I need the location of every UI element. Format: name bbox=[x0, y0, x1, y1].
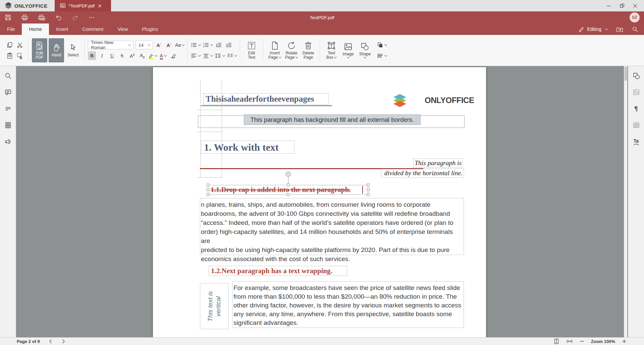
rotate-handle[interactable] bbox=[285, 171, 291, 177]
menu-insert[interactable]: Insert bbox=[49, 23, 75, 35]
highlight-color-button[interactable] bbox=[148, 51, 157, 60]
split-paragraph-line2[interactable]: divided by the horizontal line. bbox=[381, 168, 464, 178]
select-all-icon[interactable] bbox=[16, 52, 23, 59]
heading1-textbox[interactable]: 1. Work with text bbox=[201, 141, 294, 154]
strikethrough-button[interactable]: S bbox=[118, 51, 126, 60]
columns-button[interactable] bbox=[227, 51, 237, 60]
previous-page-button[interactable] bbox=[49, 339, 53, 344]
comments-panel-button[interactable] bbox=[4, 88, 12, 97]
insert-page-label-1: Insert bbox=[270, 51, 280, 55]
line-spacing-button[interactable] bbox=[215, 51, 225, 60]
decrease-indent-button[interactable] bbox=[215, 41, 223, 49]
hand-tool-button[interactable]: Hand bbox=[49, 38, 64, 62]
document-canvas[interactable]: Thisisaheaderfortheevenpages ONLYOFFICE … bbox=[16, 66, 628, 337]
scrollbar-thumb[interactable] bbox=[625, 67, 627, 81]
minimize-button[interactable] bbox=[607, 4, 611, 8]
fit-page-button[interactable] bbox=[553, 338, 559, 344]
rotate-page-button[interactable]: RotatePage bbox=[284, 38, 299, 62]
resize-handle-e[interactable] bbox=[367, 188, 370, 191]
insert-page-label-2: Page bbox=[268, 55, 278, 60]
bold-button[interactable]: B bbox=[88, 51, 96, 60]
select-tool-button[interactable]: Select bbox=[65, 38, 81, 62]
zoom-in-button[interactable] bbox=[622, 339, 627, 344]
heading12-textbox[interactable]: 1.2.Next paragraph has a text wrapping. bbox=[209, 266, 347, 276]
ribbon-toolbar: EditPDF Hand Select Times New Roman 14 A… bbox=[0, 35, 644, 66]
heading11-text[interactable]: 1.1.Drop cap is added into the next para… bbox=[211, 185, 351, 194]
paste-icon[interactable] bbox=[6, 52, 13, 59]
edit-text-label-2: Text bbox=[248, 55, 255, 60]
vertical-align-button[interactable] bbox=[203, 51, 213, 60]
vertical-scrollbar[interactable] bbox=[624, 66, 627, 337]
vertical-textbox[interactable]: This text is vertical bbox=[200, 283, 229, 329]
numbered-list-button[interactable]: 123 bbox=[203, 41, 213, 49]
change-case-icon[interactable]: Aa bbox=[175, 41, 184, 49]
zoom-out-button[interactable] bbox=[580, 339, 584, 344]
table-guide bbox=[197, 132, 222, 132]
bullet-list-button[interactable] bbox=[191, 41, 201, 49]
resize-handle-se[interactable] bbox=[367, 193, 370, 196]
avatar[interactable]: SZ bbox=[630, 12, 640, 22]
font-size-select[interactable]: 14 bbox=[136, 41, 153, 49]
feedback-button[interactable] bbox=[4, 137, 12, 146]
menu-plugins[interactable]: Plugins bbox=[135, 23, 165, 35]
editing-mode-button[interactable]: Editing bbox=[579, 27, 607, 32]
tab-close-icon[interactable]: ✕ bbox=[98, 3, 102, 8]
resize-handle-w[interactable] bbox=[207, 188, 209, 191]
search-icon[interactable] bbox=[632, 26, 638, 32]
resize-handle-ne[interactable] bbox=[367, 184, 370, 186]
underline-button[interactable]: U bbox=[108, 51, 116, 60]
paragraph1-textbox[interactable]: n planes, trains, ships, and automobiles… bbox=[200, 198, 464, 255]
superscript-button[interactable]: A2 bbox=[128, 51, 136, 60]
resize-handle-nw[interactable] bbox=[207, 184, 209, 186]
insert-page-button[interactable]: InsertPage bbox=[267, 38, 282, 62]
table-settings-button[interactable] bbox=[632, 121, 641, 130]
page-header-textbox[interactable]: Thisisaheaderfortheevenpages bbox=[203, 93, 329, 105]
increase-font-icon[interactable]: A↑ bbox=[155, 41, 163, 49]
vertical-text-line1: This text is bbox=[206, 291, 214, 322]
arrange-shape-button[interactable] bbox=[377, 41, 387, 49]
shape-settings-button[interactable] bbox=[632, 71, 641, 80]
hand-icon bbox=[52, 43, 60, 52]
italic-button[interactable]: I bbox=[98, 51, 106, 60]
restore-button[interactable] bbox=[620, 4, 624, 8]
image-button[interactable]: Image bbox=[340, 38, 356, 62]
increase-indent-button[interactable] bbox=[225, 41, 233, 49]
split-paragraph-line1[interactable]: This paragraph is bbox=[413, 158, 463, 168]
document-tab[interactable]: *TestPDF.pdf ✕ bbox=[55, 0, 111, 11]
search-panel-button[interactable] bbox=[4, 71, 12, 80]
edit-pdf-button[interactable]: EditPDF bbox=[32, 38, 47, 62]
pdf-page[interactable]: Thisisaheaderfortheevenpages ONLYOFFICE … bbox=[153, 67, 486, 337]
filled-paragraph[interactable]: This paragraph has background fill and a… bbox=[244, 114, 421, 125]
menu-home[interactable]: Home bbox=[22, 23, 49, 35]
copy-icon[interactable] bbox=[6, 42, 13, 48]
decrease-font-icon[interactable]: A↓ bbox=[165, 41, 173, 49]
image-settings-button[interactable] bbox=[632, 88, 641, 97]
delete-page-button[interactable]: DeletePage bbox=[301, 38, 316, 62]
paragraph-settings-button[interactable]: ¶ bbox=[632, 104, 641, 113]
clear-style-button[interactable] bbox=[169, 51, 177, 60]
edit-text-button[interactable]: EditText bbox=[244, 38, 259, 62]
next-page-button[interactable] bbox=[61, 339, 65, 344]
open-file-location-icon[interactable] bbox=[616, 26, 623, 32]
horizontal-align-button[interactable] bbox=[191, 51, 201, 60]
chevron-down-icon bbox=[234, 54, 237, 56]
menu-file[interactable]: File bbox=[0, 23, 22, 35]
text-box-button[interactable]: TextBox bbox=[324, 38, 339, 62]
paragraph2-textbox[interactable]: For example, some broadcasters have seen… bbox=[232, 281, 464, 328]
arrange-icon bbox=[377, 42, 383, 48]
font-color-button[interactable]: A bbox=[159, 51, 167, 60]
align-shape-button[interactable] bbox=[377, 51, 387, 60]
page-thumbnails-button[interactable] bbox=[4, 121, 12, 130]
headings-panel-button[interactable] bbox=[4, 104, 12, 113]
cut-icon[interactable] bbox=[16, 42, 23, 48]
resize-handle-sw[interactable] bbox=[207, 193, 209, 196]
close-button[interactable] bbox=[633, 4, 637, 8]
menu-view[interactable]: View bbox=[110, 23, 135, 35]
subscript-button[interactable]: A2 bbox=[138, 51, 146, 60]
font-name-select[interactable]: Times New Roman bbox=[88, 41, 133, 49]
fit-width-button[interactable] bbox=[566, 339, 573, 344]
shape-button[interactable]: Shape bbox=[357, 38, 373, 62]
onlyoffice-logo-image[interactable]: ONLYOFFICE bbox=[393, 94, 474, 107]
text-art-settings-button[interactable]: Ta bbox=[632, 137, 641, 146]
menu-comment[interactable]: Comment bbox=[75, 23, 110, 35]
